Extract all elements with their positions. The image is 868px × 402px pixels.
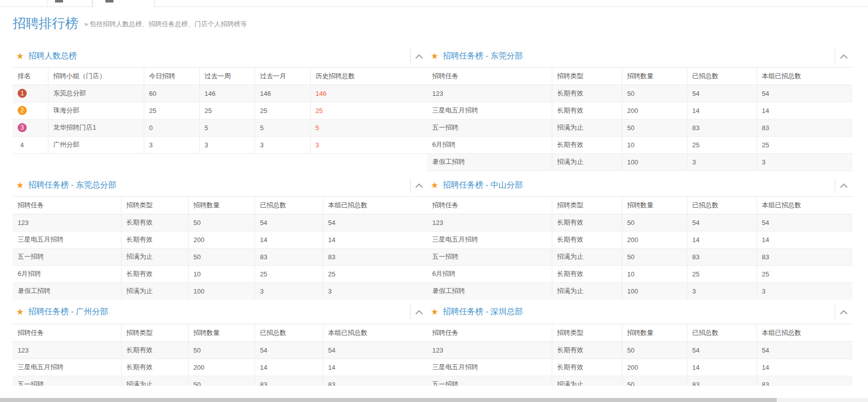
type-cell: 长期有效 [552, 85, 622, 102]
type-cell: 长期有效 [121, 231, 188, 248]
tab-clipped-2-active[interactable] [92, 0, 155, 8]
recruited-cell: 54 [255, 341, 323, 359]
recruited-cell: 3 [687, 282, 757, 300]
group-recruited-cell: 3 [757, 282, 852, 300]
rank-badge: 2 [18, 106, 27, 115]
panel-task-ranking-zhongshan: ★ 招聘任务榜 - 中山分部 招聘任务招聘类型招聘数量已招总数本组已招总数 12… [427, 175, 852, 300]
task-table-row: 123长期有效505454 [13, 214, 428, 231]
collapse-zone [410, 49, 428, 64]
recruited-cell: 83 [687, 376, 757, 386]
group-recruited-cell: 3 [323, 282, 428, 300]
collapse-button[interactable] [414, 52, 425, 61]
panel-header: ★ 招聘任务榜 - 深圳总部 [427, 300, 852, 324]
column-header: 招聘类型 [552, 197, 622, 214]
task-table-row: 123长期有效505454 [427, 214, 852, 231]
group-recruited-cell: 54 [757, 214, 852, 231]
recruited-cell: 14 [687, 102, 757, 119]
ranking-table-row: 4广州分部3333 [13, 136, 428, 153]
type-cell: 长期有效 [552, 136, 622, 153]
horizontal-scrollbar-thumb[interactable] [0, 398, 777, 402]
collapse-button[interactable] [414, 181, 425, 190]
page-title: 招聘排行榜 [13, 15, 78, 31]
task-table-row: 五一招聘招满为止508383 [13, 376, 428, 386]
task-cell: 三星电五月招聘 [427, 359, 552, 376]
tab-clipped-1[interactable] [47, 0, 92, 7]
collapse-button[interactable] [414, 308, 425, 316]
column-header: 招聘数量 [188, 197, 255, 214]
group-recruited-cell: 83 [757, 248, 852, 265]
quantity-cell: 200 [622, 359, 687, 376]
column-header: 招聘任务 [13, 324, 121, 341]
recruited-cell: 83 [255, 248, 323, 265]
task-table-row: 123长期有效505454 [427, 85, 852, 102]
task-table-row: 123长期有效505454 [13, 341, 428, 359]
type-cell: 招满为止 [552, 376, 622, 386]
task-table-row: 暑假工招聘招满为止10033 [13, 282, 428, 300]
group-cell: 广州分部 [48, 136, 144, 153]
quantity-cell: 10 [622, 136, 687, 153]
column-header: 过去一周 [199, 68, 255, 85]
ranking-table: 排名 招聘小组（门店） 今日招聘 过去一周 过去一月 历史招聘总数 1东莞总分部… [13, 68, 428, 154]
collapse-zone [835, 304, 852, 319]
column-header: 招聘数量 [622, 68, 687, 85]
horizontal-scrollbar[interactable] [0, 398, 868, 402]
group-recruited-cell: 14 [757, 359, 852, 376]
quantity-cell: 10 [622, 265, 687, 282]
quantity-cell: 100 [622, 282, 687, 300]
recruited-cell: 54 [687, 341, 757, 359]
type-cell: 长期有效 [121, 359, 188, 376]
task-table: 招聘任务招聘类型招聘数量已招总数本组已招总数 123长期有效505454三星电五… [13, 324, 428, 386]
group-recruited-cell: 25 [757, 136, 852, 153]
column-header: 招聘类型 [552, 68, 622, 85]
past-week-cell: 146 [199, 85, 255, 102]
task-table-header-row: 招聘任务招聘类型招聘数量已招总数本组已招总数 [427, 324, 852, 341]
task-cell: 123 [427, 85, 552, 102]
rank-cell: 2 [13, 102, 48, 119]
task-cell: 6月招聘 [427, 136, 552, 153]
recruited-cell: 3 [687, 153, 757, 170]
chevron-up-icon [416, 310, 423, 314]
collapse-zone [410, 178, 428, 193]
rank-number: 4 [20, 141, 24, 149]
task-table-row: 五一招聘招满为止508383 [13, 248, 428, 265]
type-cell: 长期有效 [552, 265, 622, 282]
column-header: 招聘类型 [121, 197, 188, 214]
panel-header: ★ 招聘任务榜 - 中山分部 [427, 175, 852, 197]
quantity-cell: 50 [622, 248, 687, 265]
column-header: 已招总数 [687, 197, 757, 214]
task-table: 招聘任务招聘类型招聘数量已招总数本组已招总数 123长期有效505454三星电五… [427, 68, 852, 171]
type-cell: 招满为止 [121, 248, 188, 265]
quantity-cell: 50 [188, 376, 255, 386]
clipped-tab-label-fragment [105, 0, 113, 3]
group-recruited-cell: 83 [757, 376, 852, 386]
task-table-row: 三星电五月招聘长期有效2001414 [427, 231, 852, 248]
type-cell: 长期有效 [552, 214, 622, 231]
column-header: 已招总数 [687, 324, 757, 341]
recruited-cell: 54 [255, 214, 323, 231]
task-cell: 123 [13, 341, 121, 359]
type-cell: 长期有效 [121, 214, 188, 231]
ranking-table-row: 1东莞总分部60146146146 [13, 85, 428, 102]
group-recruited-cell: 14 [323, 359, 428, 376]
ranking-table-row: 3龙华招聘门店10555 [13, 119, 428, 136]
task-table-header-row: 招聘任务招聘类型招聘数量已招总数本组已招总数 [13, 197, 428, 214]
type-cell: 招满为止 [552, 282, 622, 300]
recruited-cell: 54 [687, 85, 757, 102]
group-recruited-cell: 3 [757, 153, 852, 170]
rank-badge: 3 [18, 123, 27, 132]
ranking-table-header-row: 排名 招聘小组（门店） 今日招聘 过去一周 过去一月 历史招聘总数 [13, 68, 428, 85]
group-cell: 东莞总分部 [48, 85, 144, 102]
column-header: 招聘任务 [427, 197, 552, 214]
collapse-button[interactable] [838, 308, 849, 316]
panel-title: 招聘任务榜 - 东莞分部 [443, 51, 523, 62]
task-cell: 五一招聘 [13, 376, 121, 386]
task-table-row: 五一招聘招满为止508383 [427, 376, 852, 386]
collapse-button[interactable] [838, 52, 849, 61]
task-cell: 6月招聘 [13, 265, 121, 282]
column-header: 招聘小组（门店） [48, 68, 144, 85]
recruited-cell: 3 [255, 282, 323, 300]
collapse-button[interactable] [838, 181, 849, 190]
task-table-row: 三星电五月招聘长期有效2001414 [427, 359, 852, 376]
quantity-cell: 100 [188, 282, 255, 300]
star-icon: ★ [16, 52, 24, 61]
